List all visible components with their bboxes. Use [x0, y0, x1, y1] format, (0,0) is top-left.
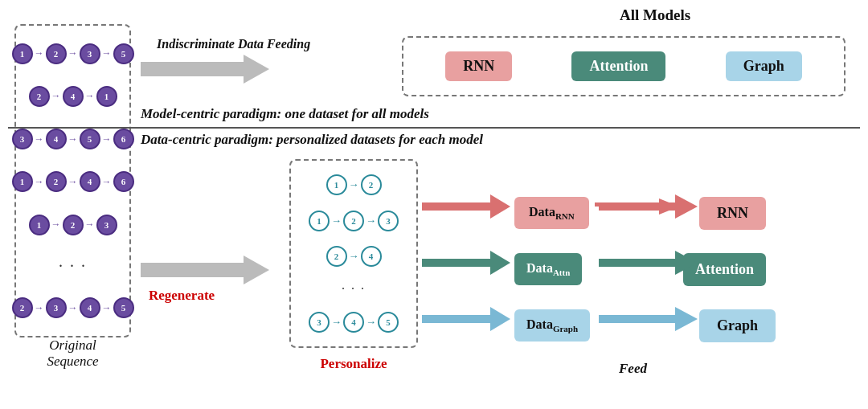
data-graph-box: DataGraph: [514, 309, 590, 342]
node: 6: [113, 129, 134, 149]
personalized-seq-attn: 1 → 2 → 3: [309, 211, 399, 231]
arrow-icon: →: [35, 302, 44, 314]
teal-arrow-icon: →: [366, 316, 376, 329]
node: 3: [80, 43, 100, 64]
node: 3: [96, 215, 117, 235]
graph-feed-arrow-icon: [422, 307, 510, 331]
personalized-seq-graph1: 2 → 4: [326, 246, 382, 267]
arrow-icon: →: [35, 47, 44, 59]
personalize-label: Personalize: [320, 356, 387, 372]
node: 5: [113, 297, 134, 318]
all-models-label: All Models: [514, 6, 796, 24]
attn-feed-arrow-icon: [422, 251, 510, 275]
node: 4: [46, 129, 67, 149]
original-sequence-box: 1 → 2 → 3 → 5 2 → 4 → 1 3 → 4 → 5 → 6 1: [14, 24, 131, 337]
arrow-icon: →: [85, 219, 95, 231]
arrow-icon: →: [102, 302, 112, 314]
regenerate-arrow-area: Regenerate: [141, 256, 269, 284]
model-attention-box: Attention: [571, 51, 665, 81]
node: 3: [12, 129, 33, 149]
node: 1: [12, 171, 33, 192]
rnn-model-arrow-icon: [595, 198, 679, 215]
arrow-icon: →: [35, 133, 44, 145]
arrow-icon: →: [51, 90, 61, 102]
sequence-row-4: 1 → 2 → 4 → 6: [12, 171, 134, 192]
data-attn-box: DataAttn: [514, 253, 582, 285]
indiscriminate-arrow-area: Indiscriminate Data Feeding: [141, 55, 269, 84]
arrow-icon: →: [68, 302, 78, 314]
sequence-row-5: 1 → 2 → 3: [29, 215, 117, 235]
arrow-icon: →: [102, 133, 112, 145]
arrow-icon: →: [68, 133, 78, 145]
teal-node: 2: [343, 211, 364, 231]
arrow-icon: →: [68, 47, 78, 59]
sequence-row-3: 3 → 4 → 5 → 6: [12, 129, 134, 149]
ellipsis: · · ·: [59, 257, 87, 276]
model-centric-text: Model-centric paradigm: one dataset for …: [141, 106, 429, 122]
teal-node: 1: [326, 174, 347, 195]
arrow-icon: →: [35, 176, 44, 188]
sequence-row-1: 1 → 2 → 3 → 5: [12, 43, 134, 64]
sequence-row-6: 2 → 3 → 4 → 5: [12, 297, 134, 318]
indiscriminate-arrow-icon: [141, 55, 269, 84]
arrow-icon: →: [102, 47, 112, 59]
teal-node: 1: [309, 211, 330, 231]
graph-to-model-arrow-icon: [599, 307, 698, 331]
feed-label: Feed: [619, 361, 647, 377]
teal-node: 3: [378, 211, 399, 231]
teal-arrow-icon: →: [331, 316, 342, 329]
personalized-sequences-box: 1 → 2 1 → 2 → 3 2 → 4 · · · 3 → 4 → 5 Pe…: [289, 159, 418, 348]
node: 4: [63, 86, 84, 107]
node: 1: [12, 43, 33, 64]
model-graph-right: Graph: [699, 309, 776, 342]
section-divider: [8, 127, 860, 129]
model-attention-right: Attention: [683, 253, 766, 286]
sequence-row-2: 2 → 4 → 1: [29, 86, 117, 107]
node: 2: [12, 297, 33, 318]
node: 2: [29, 86, 50, 107]
teal-arrow-icon: →: [331, 215, 342, 227]
rnn-feed-arrow-icon: [422, 194, 510, 219]
model-rnn-right: RNN: [699, 197, 766, 230]
arrow-icon: →: [51, 219, 61, 231]
teal-node: 3: [309, 312, 330, 333]
personalized-seq-rnn: 1 → 2: [326, 174, 382, 195]
teal-node: 2: [361, 174, 382, 195]
model-graph-box: Graph: [726, 51, 802, 81]
teal-arrow-icon: →: [349, 178, 359, 191]
teal-arrow-icon: →: [349, 250, 359, 263]
arrow-icon: →: [85, 90, 95, 102]
node: 5: [113, 43, 134, 64]
original-sequence-label: OriginalSequence: [47, 337, 98, 370]
arrow-icon: →: [68, 176, 78, 188]
node: 2: [46, 171, 67, 192]
node: 3: [46, 297, 67, 318]
indiscriminate-label: Indiscriminate Data Feeding: [157, 37, 310, 51]
teal-node: 4: [361, 246, 382, 267]
model-rnn-box: RNN: [445, 51, 512, 81]
node: 6: [113, 171, 134, 192]
node: 1: [96, 86, 117, 107]
main-diagram: All Models 1 → 2 → 3 → 5 2 → 4 → 1 3 → 4…: [0, 0, 868, 409]
arrow-icon: →: [102, 176, 112, 188]
node: 4: [80, 297, 100, 318]
top-models-container: RNN Attention Graph: [402, 36, 845, 96]
personalized-ellipsis: · · ·: [342, 282, 366, 297]
data-centric-text: Data-centric paradigm: personalized data…: [141, 132, 483, 148]
rnn-to-model-arrow-icon: [599, 194, 698, 219]
regenerate-arrow-icon: [141, 256, 269, 284]
teal-arrow-icon: →: [366, 215, 376, 227]
personalized-seq-graph2: 3 → 4 → 5: [309, 312, 399, 333]
data-rnn-box: DataRNN: [514, 197, 589, 229]
node: 4: [80, 171, 100, 192]
teal-node: 2: [326, 246, 347, 267]
node: 5: [80, 129, 100, 149]
regenerate-label: Regenerate: [149, 288, 215, 304]
node: 1: [29, 215, 50, 235]
teal-node: 4: [343, 312, 364, 333]
teal-node: 5: [378, 312, 399, 333]
node: 2: [63, 215, 84, 235]
node: 2: [46, 43, 67, 64]
